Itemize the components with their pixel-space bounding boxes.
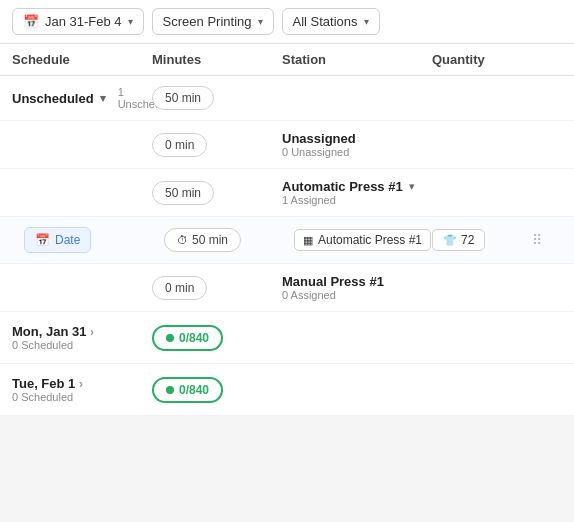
tue-feb-1-label: Tue, Feb 1 › [12, 376, 83, 391]
chevron-down-icon: ▾ [100, 92, 106, 105]
detail-quantity-cell: 👕 72 [432, 229, 532, 251]
clock-icon: ⏱ [177, 234, 188, 246]
tue-feb-1-title-cell: Tue, Feb 1 › 0 Scheduled [12, 376, 152, 403]
date-range-button[interactable]: 📅 Jan 31-Feb 4 ▾ [12, 8, 144, 35]
col-spacer [532, 52, 562, 67]
chevron-down-icon: ▾ [258, 16, 263, 27]
manual-press-minutes-badge: 0 min [152, 276, 207, 300]
automatic-press-name-row: Automatic Press #1 ▾ [282, 179, 432, 194]
detail-row: 📅 Date ⏱ 50 min ▦ Automatic Press #1 👕 7… [0, 217, 574, 264]
unassigned-row: 0 min Unassigned 0 Unassigned [0, 121, 574, 169]
tue-progress-badge: 0/840 [152, 377, 223, 403]
col-schedule: Schedule [12, 52, 152, 67]
manual-press-minutes-cell: 0 min [152, 276, 282, 300]
mon-progress-badge: 0/840 [152, 325, 223, 351]
press-icon: ▦ [303, 234, 313, 247]
chevron-down-icon: ▾ [409, 180, 415, 193]
calendar-icon: 📅 [35, 233, 50, 247]
mon-jan-31-sub: 0 Scheduled [12, 339, 94, 351]
mon-jan-31-minutes-cell: 0/840 [152, 325, 282, 351]
automatic-press-station-name: Automatic Press #1 [282, 179, 403, 194]
tue-feb-1-minutes-cell: 0/840 [152, 377, 282, 403]
date-button[interactable]: 📅 Date [24, 227, 91, 253]
chevron-down-icon: ▾ [364, 16, 369, 27]
col-minutes: Minutes [152, 52, 282, 67]
mon-jan-31-label: Mon, Jan 31 › [12, 324, 94, 339]
detail-schedule-cell: 📅 Date [24, 227, 164, 253]
detail-drag-cell: ⠿ [532, 232, 562, 248]
quantity-pill: 👕 72 [432, 229, 485, 251]
unassigned-minutes-badge: 0 min [152, 133, 207, 157]
toolbar: 📅 Jan 31-Feb 4 ▾ Screen Printing ▾ All S… [0, 0, 574, 44]
mon-jan-31-title-cell: Mon, Jan 31 › 0 Scheduled [12, 324, 152, 351]
table-header: Schedule Minutes Station Quantity [0, 44, 574, 76]
unassigned-station-name: Unassigned [282, 131, 432, 146]
automatic-press-station-sub: 1 Assigned [282, 194, 432, 206]
drag-handle-icon[interactable]: ⠿ [532, 232, 542, 248]
manual-press-station-sub: 0 Assigned [282, 289, 432, 301]
station-icon-pill: ▦ Automatic Press #1 [294, 229, 431, 251]
detail-station-cell: ▦ Automatic Press #1 [294, 229, 432, 251]
progress-dot-icon [166, 334, 174, 342]
unassigned-station-sub: 0 Unassigned [282, 146, 432, 158]
shirt-icon: 👕 [443, 234, 457, 247]
automatic-press-minutes-badge: 50 min [152, 181, 214, 205]
chevron-right-icon: › [79, 377, 83, 391]
calendar-icon: 📅 [23, 14, 39, 29]
tue-feb-1-row[interactable]: Tue, Feb 1 › 0 Scheduled 0/840 [0, 364, 574, 416]
unassigned-minutes-cell: 0 min [152, 133, 282, 157]
all-stations-label: All Stations [293, 14, 358, 29]
chevron-down-icon: ▾ [128, 16, 133, 27]
unscheduled-minutes-badge: 50 min [152, 86, 214, 110]
unscheduled-label: Unscheduled [12, 91, 94, 106]
unscheduled-minutes-cell: 50 min [152, 86, 282, 110]
unscheduled-section-header: Unscheduled ▾ 1 Unscheduled 50 min [0, 76, 574, 121]
chevron-right-icon: › [90, 325, 94, 339]
detail-minutes-cell: ⏱ 50 min [164, 228, 294, 252]
screen-printing-label: Screen Printing [163, 14, 252, 29]
progress-dot-icon [166, 386, 174, 394]
automatic-press-minutes-cell: 50 min [152, 181, 282, 205]
manual-press-station-name: Manual Press #1 [282, 274, 432, 289]
tue-feb-1-sub: 0 Scheduled [12, 391, 83, 403]
date-button-label: Date [55, 233, 80, 247]
all-stations-button[interactable]: All Stations ▾ [282, 8, 380, 35]
automatic-press-row[interactable]: 50 min Automatic Press #1 ▾ 1 Assigned [0, 169, 574, 217]
manual-press-row: 0 min Manual Press #1 0 Assigned [0, 264, 574, 312]
screen-printing-button[interactable]: Screen Printing ▾ [152, 8, 274, 35]
detail-minutes-badge: ⏱ 50 min [164, 228, 241, 252]
date-range-label: Jan 31-Feb 4 [45, 14, 122, 29]
col-station: Station [282, 52, 432, 67]
col-quantity: Quantity [432, 52, 532, 67]
unassigned-station-cell: Unassigned 0 Unassigned [282, 131, 432, 158]
main-content: Unscheduled ▾ 1 Unscheduled 50 min 0 min… [0, 76, 574, 416]
mon-jan-31-row[interactable]: Mon, Jan 31 › 0 Scheduled 0/840 [0, 312, 574, 364]
manual-press-station-cell: Manual Press #1 0 Assigned [282, 274, 432, 301]
unscheduled-title-cell: Unscheduled ▾ 1 Unscheduled [12, 86, 152, 110]
automatic-press-station-cell: Automatic Press #1 ▾ 1 Assigned [282, 179, 432, 206]
